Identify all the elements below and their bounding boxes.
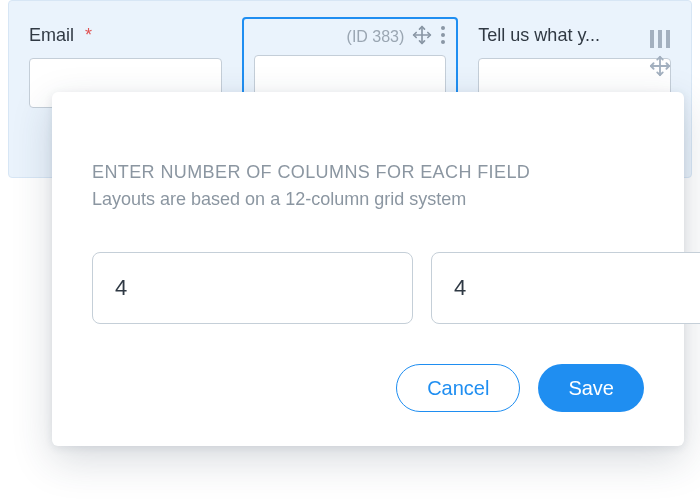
svg-rect-1: [658, 30, 662, 48]
popover-actions: Cancel Save: [92, 364, 644, 412]
move-icon[interactable]: [412, 25, 432, 49]
popover-title: ENTER NUMBER OF COLUMNS FOR EACH FIELD: [92, 162, 644, 183]
field-label: Email *: [29, 25, 222, 46]
cancel-button[interactable]: Cancel: [396, 364, 520, 412]
svg-rect-2: [666, 30, 670, 48]
column-inputs-row: [92, 252, 644, 324]
move-icon[interactable]: [649, 55, 671, 77]
columns-icon[interactable]: [649, 29, 671, 49]
svg-point-7: [441, 26, 445, 30]
selected-field-header: (ID 383): [254, 25, 447, 49]
more-options-icon[interactable]: [440, 25, 446, 49]
column-width-input-1[interactable]: [92, 252, 413, 324]
columns-popover: ENTER NUMBER OF COLUMNS FOR EACH FIELD L…: [52, 92, 684, 446]
field-label: Tell us what y...: [478, 25, 671, 46]
label-text: Tell us what y...: [478, 25, 600, 45]
svg-point-8: [441, 33, 445, 37]
row-controls: [649, 29, 671, 77]
svg-rect-0: [650, 30, 654, 48]
save-button[interactable]: Save: [538, 364, 644, 412]
popover-subtitle: Layouts are based on a 12-column grid sy…: [92, 189, 644, 210]
field-id-text: (ID 383): [347, 28, 405, 46]
column-width-input-2[interactable]: [431, 252, 700, 324]
label-text: Email: [29, 25, 74, 45]
svg-point-9: [441, 40, 445, 44]
required-indicator: *: [85, 25, 92, 45]
